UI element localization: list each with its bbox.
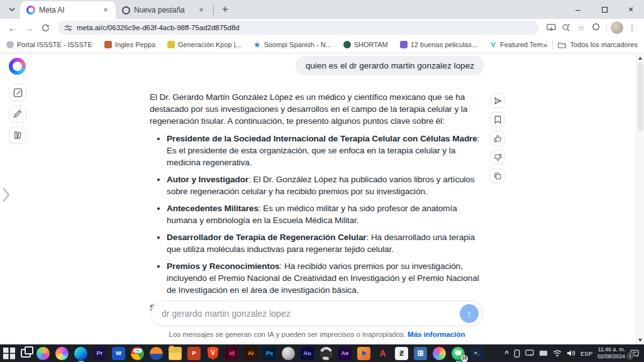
tray-app-icon[interactable] <box>539 350 548 356</box>
pencil-icon <box>13 109 22 118</box>
bookmark-message-button[interactable] <box>490 112 505 127</box>
taskbar-media-icon[interactable] <box>357 347 370 360</box>
chat-input[interactable] <box>162 309 460 319</box>
hidden-icons-chevron[interactable]: ^ <box>505 349 509 357</box>
thumbs-up-button[interactable] <box>490 131 505 146</box>
user-message-bubble: quien es el dr gerardo martin gonzalez l… <box>296 56 484 75</box>
forward-button[interactable]: → <box>21 20 36 35</box>
bookmarks-list: Portal ISSSTE - ISSSTEIngles PeppaGenera… <box>6 41 543 48</box>
taskbar-premiere-icon[interactable]: Pr <box>93 347 106 360</box>
ai-disclaimer: Los mensajes se generan con IA y pueden … <box>151 331 483 338</box>
tab-search-button[interactable] <box>5 3 19 16</box>
sidebar-expand-button[interactable] <box>2 187 11 205</box>
lens-search-button[interactable] <box>559 21 573 35</box>
send-to-device-button[interactable] <box>544 21 558 35</box>
thumbs-down-button[interactable] <box>490 150 505 165</box>
bookmark-item[interactable]: Generación Kpop |... <box>167 41 242 48</box>
new-tab-button[interactable]: + <box>218 2 233 17</box>
taskbar-brave-icon[interactable]: V <box>206 347 219 360</box>
edit-button[interactable] <box>9 105 26 123</box>
profile-avatar[interactable] <box>610 21 624 35</box>
more-info-link[interactable]: Más información <box>408 331 465 338</box>
tab-meta-ai[interactable]: Meta AI × <box>20 1 116 19</box>
close-window-button[interactable]: × <box>618 0 644 19</box>
notifications-button[interactable]: 3 <box>630 349 639 358</box>
taskbar-chrome-icon[interactable] <box>131 347 144 360</box>
taskbar-clock[interactable]: 11:46 a. m. 02/08/2024 <box>597 346 625 359</box>
bookmark-item[interactable]: SHORTAM <box>343 41 388 48</box>
taskbar-drop-icon[interactable] <box>433 347 446 360</box>
taskbar-copilot-icon[interactable] <box>36 347 50 360</box>
taskbar-powerpoint-icon[interactable]: P <box>187 347 201 360</box>
all-bookmarks-button[interactable]: Todos los marcadores <box>558 41 638 48</box>
screen: Meta AI × Nueva pestaña × + – × ← → meta… <box>0 0 644 362</box>
taskbar-indesign-icon[interactable]: Id <box>225 347 238 360</box>
bookmark-item[interactable]: Ingles Peppa <box>104 41 155 48</box>
tab-nueva-pestana[interactable]: Nueva pestaña × <box>116 1 211 19</box>
chat-input-container: ↑ <box>151 300 483 326</box>
taskbar-folder-icon[interactable] <box>169 347 182 360</box>
phone-link-icon[interactable] <box>514 349 520 358</box>
scroll-down-arrow-icon[interactable] <box>638 339 642 342</box>
premiere-glyph: Pr <box>96 350 103 356</box>
address-bar[interactable]: meta.ai/c/06326c9e-d63f-4acb-98ff-75ad2d… <box>58 21 539 35</box>
folder-icon <box>558 41 566 48</box>
wifi-icon[interactable] <box>553 349 562 357</box>
taskbar-start-icon[interactable] <box>3 348 15 359</box>
bookmark-item[interactable]: VFeatured Templates... <box>489 41 543 48</box>
system-tray: ^ ESP 11:46 a. m. 02/08/2024 <box>505 346 641 359</box>
taskbar-colorwheel-icon[interactable] <box>55 347 69 360</box>
tab-close-icon[interactable]: × <box>101 5 111 15</box>
tab-close-icon[interactable]: × <box>196 5 206 15</box>
language-indicator[interactable]: ESP <box>580 350 592 357</box>
reload-button[interactable] <box>38 20 53 35</box>
message-actions-rail <box>490 93 505 184</box>
copy-button[interactable] <box>490 168 505 184</box>
taskbar-halforange-icon[interactable] <box>150 347 163 360</box>
bookmark-label: Generación Kpop |... <box>178 41 242 48</box>
meta-ai-logo[interactable] <box>9 58 26 75</box>
new-chat-button[interactable] <box>9 84 26 101</box>
maximize-button[interactable] <box>591 0 618 19</box>
send-button[interactable]: ↑ <box>460 304 479 323</box>
volume-icon[interactable] <box>567 349 575 357</box>
taskbar-terminal-icon[interactable]: >_ <box>470 347 484 360</box>
clock-time: 11:46 a. m. <box>597 346 625 353</box>
minimize-button[interactable]: – <box>565 0 591 19</box>
taskbar-illustrator-icon[interactable]: Ai <box>244 347 257 360</box>
tab-title: Nueva pestaña <box>134 6 192 14</box>
bookmark-item[interactable]: ★Soompi Spanish - N... <box>253 41 331 48</box>
bookmark-label: Soompi Spanish - N... <box>264 41 331 48</box>
taskbar-aftereffects-icon[interactable]: Ae <box>338 347 352 360</box>
taskbar-sphere-icon[interactable] <box>282 347 295 360</box>
powerpoint-glyph: P <box>192 350 196 356</box>
taskbar-photoshop-icon[interactable]: Ps <box>263 347 276 360</box>
back-button[interactable]: ← <box>5 20 20 35</box>
taskbar-acrobat-icon[interactable]: A <box>376 347 389 360</box>
display-settings-icon[interactable] <box>525 349 534 357</box>
share-button[interactable] <box>490 93 505 108</box>
all-bookmarks-label: Todos los marcadores <box>570 41 638 48</box>
library-button[interactable] <box>9 126 26 144</box>
taskbar-edge-icon[interactable] <box>74 347 87 360</box>
taskbar-taskview-icon[interactable] <box>21 349 31 358</box>
taskbar-audition-icon[interactable]: Au <box>301 347 314 360</box>
browser-menu-button[interactable]: ⋮ <box>625 21 639 35</box>
scrollbar-thumb[interactable] <box>638 62 643 131</box>
whatsapp-badge: 25 <box>461 355 468 362</box>
scroll-up-arrow-icon[interactable] <box>638 57 642 60</box>
lens-icon <box>562 23 570 32</box>
page-scrollbar[interactable] <box>636 54 644 344</box>
extensions-button[interactable] <box>589 21 603 35</box>
taskbar-whatsapp-icon[interactable]: ☎25 <box>452 347 465 360</box>
thumbs-up-icon <box>494 134 502 143</box>
bookmark-star-button[interactable]: ☆ <box>574 21 588 35</box>
bookmarks-overflow-button[interactable]: » <box>543 40 547 50</box>
bookmark-item[interactable]: Portal ISSSTE - ISSSTE <box>6 41 92 48</box>
taskbar-calc-icon[interactable]: ⊞ <box>414 347 427 360</box>
bookmark-item[interactable]: 12 buenas peliculas... <box>400 41 477 48</box>
taskbar-obs-icon[interactable] <box>319 347 333 360</box>
books-icon <box>13 131 22 140</box>
taskbar-word-icon[interactable]: W <box>112 347 125 360</box>
taskbar-capcut-icon[interactable]: Ƶ <box>395 347 408 360</box>
